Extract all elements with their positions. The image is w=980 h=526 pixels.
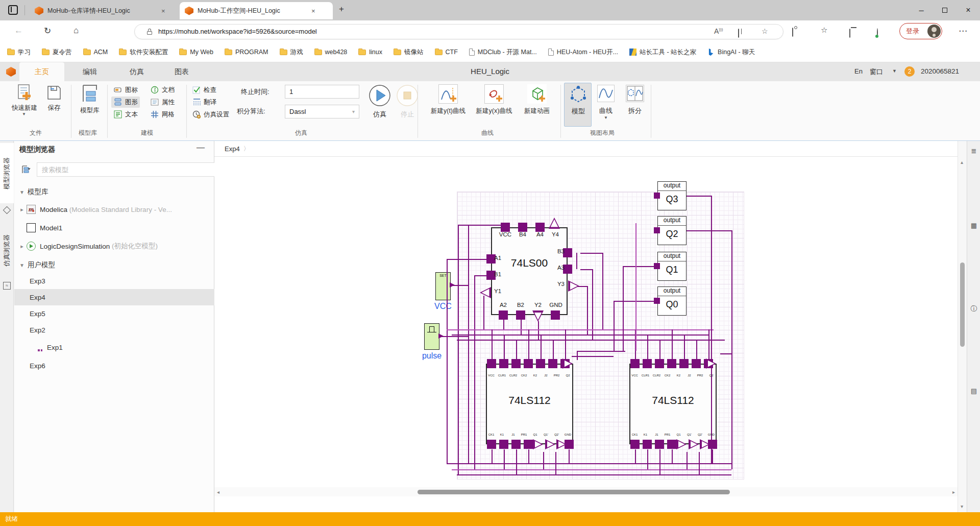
browser-status-icon[interactable] — [877, 29, 878, 37]
ribbon-tab-chart[interactable]: 图表 — [159, 62, 204, 81]
chevron-down-icon[interactable]: ▼ — [892, 68, 897, 74]
pulse-source-component[interactable] — [424, 323, 439, 350]
address-bar[interactable]: https://mohub.net/workspace?id=5926&sour… — [134, 24, 783, 39]
grid-toggle-button[interactable]: 网格 — [150, 109, 175, 120]
breadcrumb-model[interactable]: Exp4 — [225, 145, 240, 153]
tree-item-exp6[interactable]: Exp6 — [14, 357, 214, 374]
ribbon-tab-simulate[interactable]: 仿真 — [114, 62, 159, 81]
document-button[interactable]: 文档 — [150, 84, 175, 95]
chevron-expanded-icon[interactable]: ▼ — [18, 262, 26, 268]
browser-tab-active[interactable]: MoHub-工作空间-HEU_Logic × — [180, 2, 333, 19]
output-block-q0[interactable]: output Q0 — [657, 286, 687, 316]
horizontal-scrollbar[interactable]: ◂ ▸ — [214, 487, 958, 496]
graphic-view-button[interactable]: 图形 — [111, 97, 140, 108]
bookmark-item[interactable]: 学习 — [7, 48, 31, 57]
search-input[interactable] — [37, 162, 222, 177]
new-yt-curve-button[interactable]: 新建y(t)曲线 — [428, 83, 469, 123]
new-tab-button[interactable]: + — [339, 4, 344, 14]
tree-item-exp2[interactable]: Exp2 — [14, 322, 214, 338]
text-view-button[interactable]: 文本 — [113, 109, 138, 120]
browser-tab-inactive[interactable]: MoHub-仓库详情-HEU_Logic × — [30, 2, 179, 19]
output-block-q2[interactable]: output Q2 — [657, 216, 687, 245]
chevron-collapsed-icon[interactable]: ▸ — [18, 243, 26, 250]
attributes-button[interactable]: 属性 — [150, 97, 175, 108]
signin-button[interactable]: 登录 — [899, 23, 942, 39]
bookmark-item[interactable]: ACM — [83, 49, 108, 56]
minimize-button[interactable]: ─ — [910, 0, 933, 20]
tree-section-library[interactable]: ▼ 模型库 — [14, 184, 214, 200]
tree-item-exp3[interactable]: Exp3 — [14, 273, 214, 289]
ribbon-tab-edit[interactable]: 编辑 — [67, 62, 112, 81]
bookmark-item[interactable]: 夏令营 — [42, 48, 72, 57]
maximize-button[interactable] — [933, 0, 957, 20]
scroll-up-icon[interactable]: ▴ — [961, 159, 963, 165]
add-favorite-icon[interactable]: ☆ — [762, 27, 768, 35]
chevron-expanded-icon[interactable]: ▼ — [18, 189, 26, 195]
bookmark-item[interactable]: HEU-Atom - HEU开... — [548, 48, 618, 57]
scroll-down-icon[interactable]: ▾ — [961, 504, 963, 509]
model-view-button[interactable]: 模型 — [564, 83, 592, 127]
quick-new-button[interactable]: 快速新建 ▼ — [8, 83, 41, 124]
chevron-collapsed-icon[interactable]: ▸ — [18, 206, 26, 213]
tree-item-exp4-selected[interactable]: Exp4 — [14, 289, 214, 305]
close-button[interactable]: × — [957, 0, 980, 20]
translate-button[interactable]: 翻译 — [192, 97, 216, 108]
output-block-q1[interactable]: output Q1 — [657, 252, 687, 281]
bookmark-item[interactable]: web428 — [314, 49, 348, 56]
check-button[interactable]: 检查 — [192, 84, 216, 95]
vertical-scrollbar[interactable]: ▴ ▾ — [958, 141, 966, 512]
tab-close-icon[interactable]: × — [311, 7, 315, 15]
simulation-settings-button[interactable]: 仿真设置 — [192, 109, 229, 120]
vcc-source-component[interactable]: SET — [435, 272, 451, 300]
tree-item-exp5[interactable]: Exp5 — [14, 305, 214, 322]
bookmark-item[interactable]: linux — [358, 49, 382, 56]
scrollbar-thumb[interactable] — [960, 262, 965, 347]
tree-item-modelica[interactable]: ▸ m Modelica (Modelica Standard Library … — [14, 201, 214, 218]
library-filter-button[interactable] — [19, 162, 34, 177]
tree-section-user-models[interactable]: ▼ 用户模型 — [14, 257, 214, 273]
new-yx-curve-button[interactable]: 新建y(x)曲线 — [474, 83, 514, 123]
notification-badge[interactable]: 2 — [904, 66, 915, 77]
bookmark-item[interactable]: BingAI - 聊天 — [707, 48, 755, 57]
bookmark-item[interactable]: CTF — [435, 49, 458, 56]
save-button[interactable]: 保存 — [43, 83, 65, 124]
run-simulation-button[interactable]: 仿真 — [369, 84, 391, 123]
user-id[interactable]: 2020065821 — [921, 67, 959, 75]
stop-simulation-button[interactable]: 停止 — [396, 84, 419, 123]
collections-icon[interactable] — [849, 29, 850, 37]
bookmark-item[interactable]: PROGRAM — [225, 49, 268, 56]
url-text[interactable]: https://mohub.net/workspace?id=5926&sour… — [158, 28, 317, 35]
stop-time-input[interactable] — [285, 85, 359, 99]
output-block-q3[interactable]: output Q3 — [657, 181, 687, 210]
diagram-surface[interactable]: 74LS00 74LS112 74LS112 SET VCC pulse — [214, 157, 958, 503]
curve-view-button[interactable]: 曲线 ▼ — [592, 83, 620, 127]
rail-tab-simulation-browser[interactable]: 仿真浏览器 — [0, 220, 14, 280]
icon-view-button[interactable]: 图标 — [113, 84, 138, 95]
read-aloud-icon[interactable]: A))) — [714, 27, 723, 35]
tab-close-icon[interactable]: × — [161, 7, 165, 15]
solver-select[interactable]: Dassl ▾ — [285, 105, 359, 118]
extensions-icon[interactable] — [792, 28, 793, 36]
bookmark-item[interactable]: My Web — [179, 49, 213, 56]
tree-item-logicdesignsimulation[interactable]: ▸ LogicDesignSimulation (初始化空模型) — [14, 238, 214, 254]
workspaces-icon[interactable] — [8, 5, 18, 15]
more-menu-icon[interactable]: ⋯ — [959, 26, 967, 36]
split-view-button[interactable]: 拆分 — [621, 83, 648, 127]
refresh-icon[interactable]: ↻ — [44, 26, 51, 36]
ribbon-tab-home[interactable]: 主页 — [19, 62, 64, 81]
collapse-panel-icon[interactable]: — — [197, 143, 205, 152]
scroll-left-icon[interactable]: ◂ — [217, 489, 219, 495]
tree-item-model1[interactable]: Model1 — [14, 220, 214, 236]
scroll-right-icon[interactable]: ▸ — [952, 489, 955, 495]
bookmark-item[interactable]: 软件安装配置 — [119, 48, 168, 57]
bookmark-item[interactable]: 站长工具 - 站长之家 — [629, 48, 696, 57]
back-icon[interactable]: ← — [14, 26, 23, 36]
bookmark-item[interactable]: 镜像站 — [394, 48, 424, 57]
favorites-bar-icon[interactable]: ☆ — [821, 26, 827, 35]
new-animation-button[interactable]: 新建动画 — [518, 83, 556, 123]
model-library-button[interactable]: 模型库 — [76, 83, 104, 124]
bookmark-item[interactable]: MDClub - 开源 Mat... — [469, 48, 537, 57]
rail-tab-model-browser[interactable]: 模型浏览器 — [0, 143, 14, 203]
bookmark-item[interactable]: 游戏 — [280, 48, 303, 57]
window-menu[interactable]: 窗口 — [870, 67, 883, 77]
